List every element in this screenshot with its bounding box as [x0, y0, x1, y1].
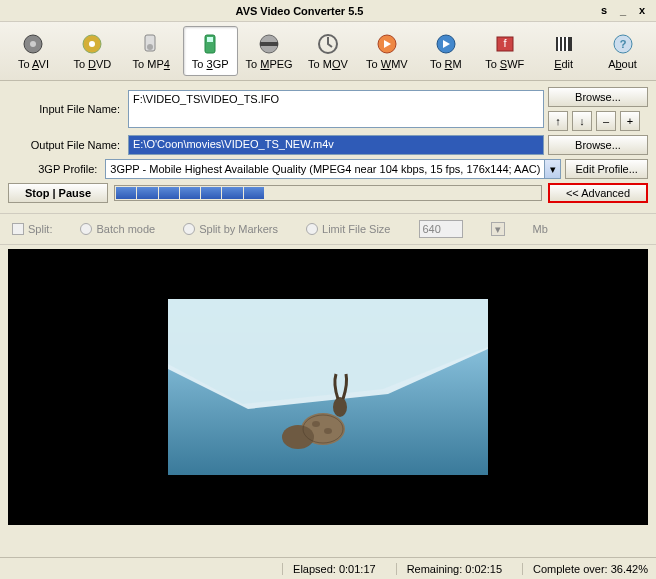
progress-segment [137, 187, 157, 199]
svg-point-28 [324, 428, 332, 434]
video-preview [8, 249, 648, 525]
output-file-label: Output File Name: [8, 139, 124, 151]
options-bar: Split: Batch mode Split by Markers Limit… [0, 213, 656, 245]
toolbar-label: To DVD [73, 58, 111, 70]
remaining-cell: Remaining: 0:02:15 [396, 563, 502, 575]
radio-icon [306, 223, 318, 235]
toolbar-to-avi[interactable]: To AVI [6, 26, 61, 76]
radio-icon [80, 223, 92, 235]
svg-rect-7 [207, 37, 213, 42]
minimize-button[interactable]: _ [615, 4, 631, 18]
toolbar-to-3gp[interactable]: To 3GP [183, 26, 238, 76]
toolbar-edit[interactable]: Edit [536, 26, 591, 76]
format-icon [314, 32, 342, 56]
title-bar: AVS Video Converter 5.5 s _ x [0, 0, 656, 22]
svg-point-24 [282, 425, 314, 449]
progress-segment [159, 187, 179, 199]
output-file-field[interactable]: E:\O'Coon\movies\VIDEO_TS_NEW.m4v [128, 135, 544, 155]
svg-point-1 [30, 41, 36, 47]
toolbar-label: Edit [554, 58, 573, 70]
stop-pause-button[interactable]: Stop | Pause [8, 183, 108, 203]
toolbar-to-dvd[interactable]: To DVD [65, 26, 120, 76]
toolbar-label: About [608, 58, 637, 70]
limit-filesize-option[interactable]: Limit File Size [306, 223, 390, 235]
toolbar-label: To MP4 [133, 58, 170, 70]
filesize-unit: Mb [533, 223, 548, 235]
progress-segment [414, 187, 434, 199]
close-button[interactable]: x [634, 4, 650, 18]
progress-segment [265, 187, 285, 199]
toolbar-to-rm[interactable]: To RM [418, 26, 473, 76]
move-up-button[interactable]: ↑ [548, 111, 568, 131]
radio-icon [183, 223, 195, 235]
progress-segment [307, 187, 327, 199]
profile-value: 3GPP - Mobile Highest Available Quality … [106, 163, 544, 175]
format-icon [550, 32, 578, 56]
toolbar-label: To SWF [485, 58, 524, 70]
format-icon [19, 32, 47, 56]
toolbar-label: To WMV [366, 58, 408, 70]
window-title: AVS Video Converter 5.5 [6, 5, 593, 17]
browse-output-button[interactable]: Browse... [548, 135, 648, 155]
browse-input-button[interactable]: Browse... [548, 87, 648, 107]
toolbar-to-swf[interactable]: fTo SWF [477, 26, 532, 76]
video-frame [168, 299, 488, 475]
toolbar-about[interactable]: ?About [595, 26, 650, 76]
output-file-value: E:\O'Coon\movies\VIDEO_TS_NEW.m4v [133, 138, 334, 150]
toolbar-label: To MOV [308, 58, 348, 70]
profile-dropdown[interactable]: 3GPP - Mobile Highest Available Quality … [105, 159, 561, 179]
split-markers-option[interactable]: Split by Markers [183, 223, 278, 235]
svg-text:?: ? [619, 38, 626, 50]
progress-segment [520, 187, 540, 199]
svg-point-3 [89, 41, 95, 47]
progress-segment [244, 187, 264, 199]
remove-button[interactable]: – [596, 111, 616, 131]
checkbox-icon [12, 223, 24, 235]
batch-mode-option[interactable]: Batch mode [80, 223, 155, 235]
toolbar-label: To AVI [18, 58, 49, 70]
edit-profile-button[interactable]: Edit Profile... [565, 159, 648, 179]
format-icon [255, 32, 283, 56]
svg-rect-17 [562, 37, 564, 51]
toolbar-to-mov[interactable]: To MOV [301, 26, 356, 76]
form-area: Input File Name: F:\VIDEO_TS\VIDEO_TS.IF… [0, 81, 656, 209]
progress-segment [201, 187, 221, 199]
progress-segment [286, 187, 306, 199]
format-icon [78, 32, 106, 56]
progress-segment [116, 187, 136, 199]
complete-cell: Complete over: 36.42% [522, 563, 648, 575]
toolbar-label: To 3GP [192, 58, 229, 70]
toolbar-to-mpeg[interactable]: To MPEG [242, 26, 297, 76]
svg-rect-18 [566, 37, 568, 51]
format-icon [373, 32, 401, 56]
move-down-button[interactable]: ↓ [572, 111, 592, 131]
filesize-input[interactable]: 640 [419, 220, 463, 238]
chevron-down-icon: ▾ [491, 222, 505, 236]
progress-segment [435, 187, 455, 199]
add-button[interactable]: + [620, 111, 640, 131]
split-option[interactable]: Split: [12, 223, 52, 235]
elapsed-cell: Elapsed: 0:01:17 [282, 563, 376, 575]
format-icon: ? [609, 32, 637, 56]
progress-segment [350, 187, 370, 199]
svg-point-25 [333, 397, 347, 417]
advanced-button[interactable]: << Advanced [548, 183, 648, 203]
progress-segment [499, 187, 519, 199]
svg-rect-9 [260, 42, 278, 46]
input-file-field[interactable]: F:\VIDEO_TS\VIDEO_TS.IFO [128, 90, 544, 128]
toolbar-to-mp4[interactable]: To MP4 [124, 26, 179, 76]
profile-label: 3GP Profile: [8, 163, 101, 175]
status-bar: Elapsed: 0:01:17 Remaining: 0:02:15 Comp… [0, 557, 656, 579]
progress-segment [477, 187, 497, 199]
svg-rect-16 [558, 37, 560, 51]
toolbar-label: To RM [430, 58, 462, 70]
progress-segment [456, 187, 476, 199]
format-toolbar: To AVITo DVDTo MP4To 3GPTo MPEGTo MOVTo … [0, 22, 656, 81]
format-icon [432, 32, 460, 56]
progress-segment [222, 187, 242, 199]
toolbar-to-wmv[interactable]: To WMV [359, 26, 414, 76]
format-icon: f [491, 32, 519, 56]
format-icon [137, 32, 165, 56]
input-file-label: Input File Name: [8, 103, 124, 115]
collapse-button[interactable]: s [596, 4, 612, 18]
